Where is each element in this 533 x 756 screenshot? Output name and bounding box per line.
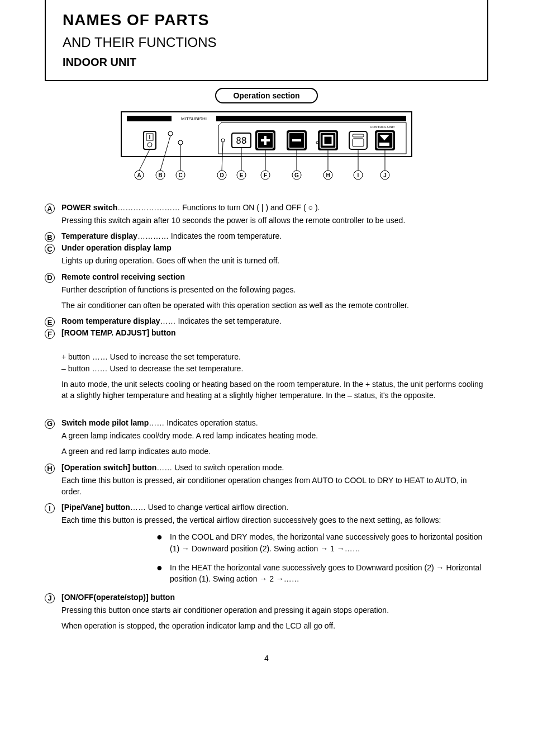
- paren-G: …… Indicates operation status.: [149, 418, 258, 427]
- seg-display: 88: [236, 135, 246, 146]
- desc-F: + button …… Used to increase the set tem…: [61, 340, 488, 413]
- pointer-E: E: [240, 172, 244, 178]
- item-C: C Under operation display lamp: [45, 243, 488, 254]
- pointer-C: C: [178, 172, 182, 178]
- svg-rect-27: [379, 143, 389, 146]
- marker-J: J: [45, 593, 55, 603]
- item-I: I [Pipe/Vane] button…… Used to change ve…: [45, 503, 488, 513]
- marker-E: E: [45, 317, 55, 327]
- svg-rect-24: [375, 130, 395, 150]
- desc-H: Each time this button is pressed, air co…: [61, 475, 488, 498]
- paren-A: …………………… Functions to turn ON ( | ) and …: [117, 203, 320, 212]
- svg-line-29: [139, 149, 150, 171]
- marker-C: C: [45, 244, 55, 254]
- section-label: Operation section: [215, 88, 317, 103]
- term-G: Switch mode pilot lamp: [61, 418, 149, 427]
- desc-G: A green lamp indicates cool/dry mode. A …: [61, 430, 488, 457]
- desc-C: Lights up during operation. Goes off whe…: [61, 255, 488, 266]
- title-line1: NAMES OF PARTS: [63, 11, 470, 29]
- desc-I: Each time this button is pressed, the ve…: [61, 514, 488, 526]
- item-D: D Remote control receiving section: [45, 272, 488, 283]
- pointer-J: J: [383, 172, 387, 178]
- marker-A: A: [45, 204, 55, 214]
- title-line3: INDOOR UNIT: [63, 56, 470, 69]
- paren-I: …… Used to change vertical airflow direc…: [130, 503, 288, 512]
- desc-D: Further description of functions is pres…: [61, 284, 488, 311]
- svg-rect-23: [353, 139, 364, 147]
- pointer-F: F: [264, 172, 267, 178]
- bullet-dot-icon: ●: [156, 531, 170, 542]
- svg-point-6: [147, 143, 152, 147]
- paren-E: …… Indicates the set temperature.: [160, 316, 282, 325]
- item-B: B Temperature display………… Indicates the …: [45, 231, 488, 242]
- title-box: NAMES OF PARTS AND THEIR FUNCTIONS INDOO…: [45, 0, 488, 81]
- item-J: J [ON/OFF(operate/stop)] button: [45, 593, 488, 603]
- desc-F2: In auto mode, the unit selects cooling o…: [61, 379, 488, 401]
- title-line2: AND THEIR FUNCTIONS: [63, 35, 470, 50]
- item-F: F [ROOM TEMP. ADJUST] button: [45, 328, 488, 339]
- svg-rect-18: [318, 130, 338, 150]
- bullet-I-1: ● In the COOL and DRY modes, the horizon…: [156, 531, 488, 554]
- desc-J: Pressing this button once starts air con…: [61, 604, 488, 632]
- paren-H: …… Used to switch operation mode.: [156, 463, 284, 472]
- term-J: [ON/OFF(operate/stop)] button: [61, 593, 175, 602]
- desc-J2: When operation is stopped, the operation…: [61, 620, 488, 631]
- term-D: Remote control receiving section: [61, 272, 185, 281]
- term-F: [ROOM TEMP. ADJUST] button: [61, 328, 176, 337]
- marker-B: B: [45, 232, 55, 242]
- control-unit-label: CONTROL UNIT: [370, 125, 395, 129]
- term-E: Room temperature display: [61, 316, 160, 325]
- brand-text: MITSUBISHI: [181, 116, 207, 121]
- term-A: POWER switch: [61, 203, 117, 212]
- svg-line-30: [160, 136, 170, 171]
- pointer-A: A: [137, 172, 141, 178]
- marker-I: I: [45, 503, 55, 513]
- pointer-H: H: [326, 172, 330, 178]
- marker-H: H: [45, 464, 55, 474]
- term-H: [Operation switch] button: [61, 463, 156, 472]
- svg-point-8: [178, 140, 183, 145]
- svg-point-7: [168, 131, 173, 136]
- pointer-G: G: [294, 172, 299, 178]
- marker-D: D: [45, 273, 55, 283]
- term-I: [Pipe/Vane] button: [61, 503, 130, 512]
- term-B: Temperature display: [61, 231, 137, 240]
- item-H: H [Operation switch] button…… Used to sw…: [45, 463, 488, 474]
- marker-F: F: [45, 329, 55, 339]
- item-E: E Room temperature display…… Indicates t…: [45, 316, 488, 327]
- page-number: 4: [45, 654, 488, 663]
- desc-D2: The air conditioner can often be operate…: [61, 300, 488, 311]
- pointer-B: B: [158, 172, 162, 178]
- desc-G2: A green and red lamp indicates auto mode…: [61, 446, 488, 457]
- paren-B: ………… Indicates the room temperature.: [137, 231, 282, 240]
- item-A: A POWER switch…………………… Functions to turn…: [45, 203, 488, 214]
- desc-A: Pressing this switch again after 10 seco…: [61, 215, 488, 226]
- svg-rect-22: [353, 134, 364, 137]
- term-C: Under operation display lamp: [61, 243, 172, 252]
- pointer-D: D: [220, 172, 223, 178]
- svg-rect-1: [127, 116, 406, 121]
- control-panel-diagram: MITSUBISHI CONTROL UNIT 88: [110, 109, 423, 193]
- bullet-dot-icon: ●: [156, 562, 170, 573]
- item-G: G Switch mode pilot lamp…… Indicates ope…: [45, 418, 488, 429]
- bullet-I-2: ● In the HEAT the horizontal vane succes…: [156, 562, 488, 585]
- pointer-I: I: [358, 172, 359, 178]
- marker-G: G: [45, 419, 55, 429]
- svg-point-9: [221, 139, 225, 142]
